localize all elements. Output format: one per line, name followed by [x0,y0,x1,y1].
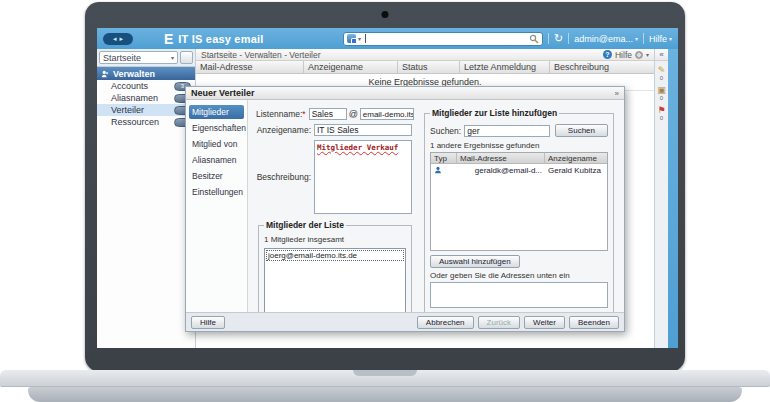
next-button[interactable]: Weiter [524,316,565,329]
dialog-tab-mitglied-von[interactable]: Mitglied von [189,137,244,151]
item-label: Accounts [111,81,148,91]
addresses-textarea[interactable] [430,282,608,308]
search-label: Suchen: [430,126,461,136]
dialog-tab-besitzer[interactable]: Besitzer [189,169,244,183]
column-status[interactable]: Status [398,61,460,73]
divider [568,33,569,44]
flag-icon[interactable]: ⚑ [657,105,665,115]
forward-icon[interactable]: ▸ [120,35,124,43]
drafts-count: 0 [660,75,663,81]
help-menu[interactable]: Hilfe ▾ [649,34,672,44]
dialog-neuer-verteiler: Neuer Verteiler » Mitglieder Eigenschaft… [185,86,625,332]
displayname-label: Anzeigename: [256,125,314,135]
user-type-cell [431,164,457,176]
sidebar: Startseite ▾ Verwalten Accounts 3 [97,49,196,348]
description-row: Beschreibung: Mitglieder Verkauf [256,140,414,214]
column-letzte-anmeldung[interactable]: Letzte Anmeldung [460,61,550,73]
collapse-icon[interactable]: « [655,49,668,61]
dialog-tab-mitglieder[interactable]: Mitglieder [189,105,244,119]
description-text: Mitglieder Verkauf [317,143,398,152]
form-column: Listenname:* @ email-demo.its ▾ Anzeigen… [256,108,414,310]
column-mail-adresse[interactable]: Mail-Adresse [196,61,304,73]
dialog-titlebar[interactable]: Neuer Verteiler » [186,87,624,100]
panel-help-label[interactable]: Hilfe [615,50,632,60]
history-nav[interactable]: ◂ ▸ [103,33,133,45]
chevron-down-icon: ▾ [171,54,174,61]
search-input[interactable] [368,34,527,44]
dialog-tool-icon[interactable]: » [615,89,619,98]
column-anzeigename[interactable]: Anzeigename [304,61,398,73]
listname-input[interactable] [309,108,347,120]
item-label: Aliasnamen [111,93,158,103]
result-name: Gerald Kubitza [545,164,607,176]
dialog-tab-einstellungen[interactable]: Einstellungen [189,185,244,199]
at-sign: @ [347,109,360,119]
member-item[interactable]: joerg@email-demo.its.de [266,250,404,261]
sidebar-item-aliasnamen[interactable]: Aliasnamen [97,92,195,104]
domain-select[interactable]: email-demo.its ▾ [360,108,414,120]
flag-count: 0 [660,115,663,121]
dialog-title: Neuer Verteiler [191,88,255,98]
sidebar-item-ressourcen[interactable]: Ressourcen [97,116,195,128]
result-row[interactable]: geraldk@email-d... Gerald Kubitza [431,164,607,176]
laptop-base [0,370,770,387]
add-selection-button[interactable]: Auswahl hinzufügen [430,255,520,268]
description-textarea[interactable]: Mitglieder Verkauf [314,140,412,214]
laptop-base-notch [353,370,417,376]
members-listbox[interactable]: joerg@email-demo.its.de [264,248,406,312]
dialog-help-button[interactable]: Hilfe [191,316,225,329]
column-beschreibung[interactable]: Beschreibung [550,61,654,73]
refresh-icon[interactable]: ↻ [554,33,563,44]
dialog-tab-aliasnamen[interactable]: Aliasnamen [189,153,244,167]
sidebar-item-accounts[interactable]: Accounts 3 [97,80,195,92]
back-button[interactable]: Zurück [478,316,520,329]
breadcrumb: Startseite - Verwalten - Verteiler [201,50,321,60]
results-column-typ[interactable]: Typ [431,153,457,163]
help-label: Hilfe [649,34,667,44]
panel-tools: ? Hilfe ▾ [603,50,649,60]
search-icon[interactable] [529,34,539,44]
drafts-icon[interactable]: ✎ [658,65,666,75]
outbox-icon[interactable]: ▣ [657,85,666,95]
laptop-base-bottom [28,387,742,402]
members-fieldset: Mitglieder der Liste 1 Mitglieder insges… [258,220,412,312]
laptop-bezel: ◂ ▸ E IT IS easy email ▾ ↻ admin@ema... [85,2,685,372]
chevron-down-icon[interactable]: ▾ [646,51,649,58]
add-members-legend: Mitglieder zur Liste hinzufügen [430,108,559,118]
gear-icon[interactable] [635,51,643,59]
divider [548,33,549,44]
sidebar-extra-button[interactable] [180,51,193,64]
members-legend: Mitglieder der Liste [264,220,346,230]
home-select[interactable]: Startseite ▾ [99,51,178,64]
member-search-row: Suchen: Suchen [430,124,608,137]
help-icon[interactable]: ? [603,50,612,59]
results-grid: Typ Mail-Adresse Anzeigename [430,152,608,251]
domain-value: email-demo.its [363,110,414,119]
divider [643,33,644,44]
chevron-down-icon: ▾ [635,35,638,42]
listname-label: Listenname:* [256,109,309,119]
sidebar-item-verteiler[interactable]: Verteiler [97,104,195,116]
results-column-anzeigename[interactable]: Anzeigename [545,153,607,163]
add-selection-row: Auswahl hinzufügen [430,255,608,268]
result-mail: geraldk@email-d... [457,164,545,176]
results-column-mail[interactable]: Mail-Adresse [457,153,545,163]
member-search-input[interactable] [464,125,550,137]
description-label: Beschreibung: [256,172,314,182]
webcam-dot [382,11,389,18]
home-select-value: Startseite [103,53,141,63]
displayname-input[interactable] [314,124,412,136]
back-icon[interactable]: ◂ [113,35,117,43]
dialog-tab-eigenschaften[interactable]: Eigenschaften [189,121,244,135]
account-menu[interactable]: admin@ema... ▾ [574,34,638,44]
search-button[interactable]: Suchen [555,124,608,137]
search-scope-icon[interactable] [347,34,356,43]
sidebar-section-verwalten[interactable]: Verwalten [97,67,195,80]
results-grid-header: Typ Mail-Adresse Anzeigename [431,153,607,164]
cancel-button[interactable]: Abbrechen [417,316,474,329]
finish-button[interactable]: Beenden [569,316,619,329]
scope-dropdown-icon[interactable]: ▾ [358,35,361,42]
global-search[interactable]: ▾ [343,32,543,46]
app-topbar: ◂ ▸ E IT IS easy email ▾ ↻ admin@ema... [97,28,678,49]
dialog-content: Listenname:* @ email-demo.its ▾ Anzeigen… [248,100,624,312]
